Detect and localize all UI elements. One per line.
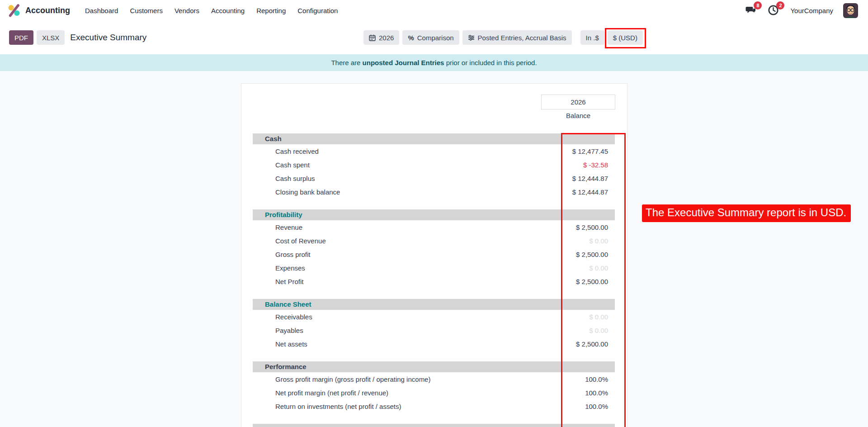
user-avatar[interactable] [843,3,858,18]
nav-item-reporting[interactable]: Reporting [250,7,292,14]
table-row: Return on investments (net profit / asse… [253,399,615,413]
section-header-performance[interactable]: Performance [253,361,615,372]
sliders-icon [468,34,475,41]
column-header-balance: Balance [541,112,615,119]
table-row: Gross profit margin (gross profit / oper… [253,372,615,386]
pdf-export-button[interactable]: PDF [9,30,33,45]
executive-summary-card: 2026 Balance Cash Cash received $ 12,477… [241,83,627,427]
unposted-entries-link[interactable]: unposted Journal Entries [363,59,444,66]
comparison-filter-label: Comparison [417,34,454,42]
date-filter-button[interactable]: 2026 [363,30,399,45]
executive-summary-table: Cash Cash received $ 12,477.45 Cash spen… [253,133,615,427]
table-row: Net Profit $ 2,500.00 [253,275,615,288]
section-balance-sheet: Balance Sheet Receivables $ 0.00 Payable… [253,299,615,351]
table-row: Cash received $ 12,477.45 [253,144,615,158]
nav-item-customers[interactable]: Customers [124,7,169,14]
column-header-year: 2026 [541,95,615,109]
section-header-cash[interactable]: Cash [253,133,615,144]
percent-icon: % [408,34,414,42]
nav-item-dashboard[interactable]: Dashboard [79,7,124,14]
table-row: Expenses $ 0.00 [253,261,615,275]
table-row: Cash spent $ -32.58 [253,158,615,171]
filter-group: 2026 % Comparison Posted Entries, Accrua… [363,30,643,45]
decimals-filter-button[interactable]: In .$ [580,30,604,45]
xlsx-export-button[interactable]: XLSX [37,30,65,45]
messages-badge: 8 [754,1,762,9]
date-filter-label: 2026 [379,34,394,42]
section-header-next[interactable] [253,424,615,427]
page-title: Executive Summary [70,33,146,43]
activities-badge: 2 [776,1,784,9]
usd-annotation-label: The Executive Summary report is in USD. [642,204,851,222]
decimals-filter-label: In .$ [586,34,599,42]
calendar-icon [369,34,376,41]
activities-button[interactable]: 2 [768,5,780,16]
banner-text: There are unposted Journal Entries prior… [331,59,537,66]
table-row: Receivables $ 0.00 [253,310,615,323]
main-menu: Dashboard Customers Vendors Accounting R… [79,7,344,14]
table-row: Cost of Revenue $ 0.00 [253,234,615,247]
currency-filter-label: $ (USD) [613,34,637,42]
company-switcher[interactable]: YourCompany [790,7,833,14]
table-row: Net assets $ 2,500.00 [253,337,615,351]
table-row: Closing bank balance $ 12,444.87 [253,185,615,199]
nav-item-configuration[interactable]: Configuration [292,7,344,14]
accounting-app-icon[interactable] [7,4,21,17]
table-row: Revenue $ 2,500.00 [253,220,615,234]
table-row: Gross profit $ 2,500.00 [253,247,615,261]
table-row: Net profit margin (net profit / revenue)… [253,386,615,399]
nav-item-accounting[interactable]: Accounting [205,7,250,14]
options-filter-label: Posted Entries, Accrual Basis [478,34,566,42]
section-cash: Cash Cash received $ 12,477.45 Cash spen… [253,133,615,199]
unposted-entries-banner: There are unposted Journal Entries prior… [0,54,868,71]
currency-filter-button[interactable]: $ (USD) [608,30,643,45]
nav-item-vendors[interactable]: Vendors [169,7,205,14]
navbar-right: 8 2 YourCompany [745,3,861,18]
report-control-bar: PDF XLSX Executive Summary 2026 % Compar… [0,21,868,54]
section-profitability: Profitability Revenue $ 2,500.00 Cost of… [253,209,615,288]
section-performance: Performance Gross profit margin (gross p… [253,361,615,413]
messages-button[interactable]: 8 [745,5,758,16]
usd-filter-highlight-box: $ (USD) [608,30,643,45]
section-header-balance-sheet[interactable]: Balance Sheet [253,299,615,310]
comparison-filter-button[interactable]: % Comparison [402,30,459,45]
report-content-area: 2026 Balance Cash Cash received $ 12,477… [0,71,868,427]
table-row: Payables $ 0.00 [253,323,615,337]
table-row: Cash surplus $ 12,444.87 [253,171,615,185]
section-header-profitability[interactable]: Profitability [253,209,615,220]
app-name[interactable]: Accounting [25,6,70,15]
options-filter-button[interactable]: Posted Entries, Accrual Basis [462,30,572,45]
top-navbar: Accounting Dashboard Customers Vendors A… [0,0,868,21]
